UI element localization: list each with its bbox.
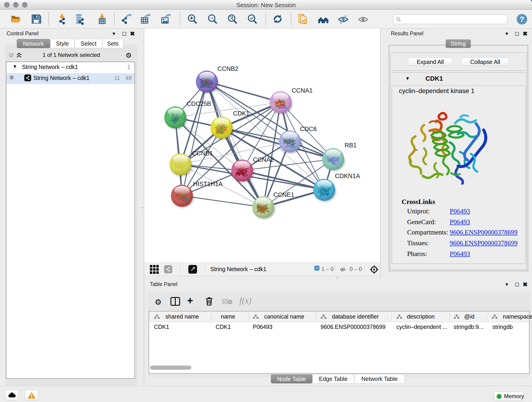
svg-text:CCNB1: CCNB1 (192, 150, 213, 157)
svg-text:CCNB2: CCNB2 (217, 65, 239, 72)
svg-text:CDK1: CDK1 (233, 110, 249, 117)
svg-text:RB1: RB1 (345, 142, 357, 149)
svg-text:CDC25B: CDC25B (187, 100, 211, 107)
svg-text:HIST1H1A: HIST1H1A (193, 181, 223, 187)
svg-text:CDKN1A: CDKN1A (335, 172, 360, 179)
svg-text:CCNA2: CCNA2 (253, 156, 274, 163)
svg-text:CCNE1: CCNE1 (273, 191, 294, 198)
svg-text:CDC6: CDC6 (300, 126, 317, 133)
svg-text:CCNA1: CCNA1 (292, 87, 313, 94)
